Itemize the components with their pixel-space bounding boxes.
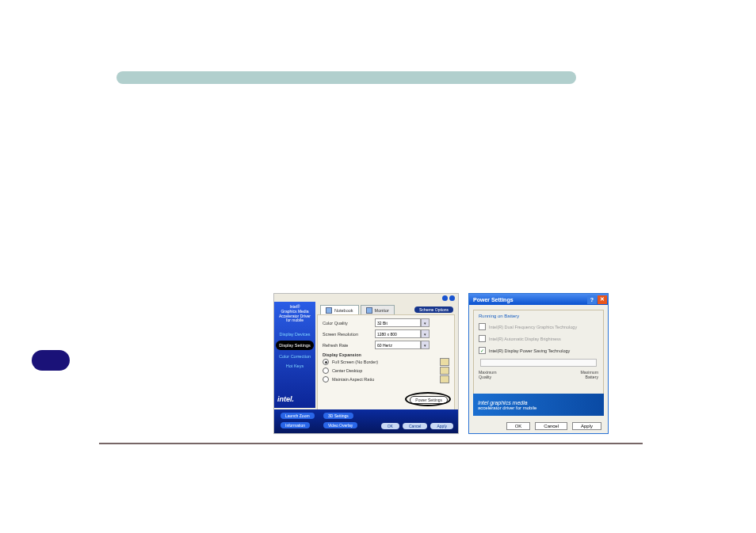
chevron-down-icon[interactable]: ▾ [421, 318, 430, 327]
help-icon[interactable] [442, 295, 448, 301]
device-tabs: Notebook Monitor [320, 305, 395, 314]
radio-center-desktop[interactable]: Center Desktop [323, 367, 449, 375]
cancel-button[interactable]: Cancel [403, 423, 428, 429]
chevron-down-icon[interactable]: ▾ [421, 329, 430, 338]
tab-monitor[interactable]: Monitor [361, 305, 395, 314]
three-d-settings-button[interactable]: 3D Settings [323, 413, 353, 419]
information-button[interactable]: Information [281, 422, 310, 428]
tab-label: Notebook [334, 308, 353, 313]
dialog-footer: Launch Zoom 3D Settings Information Vide… [274, 409, 458, 433]
video-overlay-button[interactable]: Video Overlay [323, 422, 357, 428]
sidebar-item-color-correction[interactable]: Color Correction [274, 352, 315, 361]
radio-icon [323, 367, 329, 374]
title-bar: Power Settings ? ✕ [469, 294, 608, 305]
radio-icon [323, 359, 329, 365]
sidebar-item-display-settings[interactable]: Display Settings [276, 341, 314, 350]
radio-label: Center Desktop [332, 368, 362, 373]
pane-heading: Running on Battery [479, 314, 598, 318]
radio-icon [323, 376, 329, 383]
chevron-down-icon[interactable]: ▾ [421, 341, 430, 349]
label-screen-resolution: Screen Resolution [323, 332, 372, 337]
section-header-bar [116, 71, 576, 84]
dialog-buttons: OK Cancel Apply [469, 422, 608, 430]
close-icon[interactable]: ✕ [598, 295, 607, 304]
checkbox-dual-frequency[interactable]: Intel(R) Dual Frequency Graphics Technol… [479, 323, 598, 330]
row-screen-resolution: Screen Resolution ▾ [323, 329, 449, 338]
preview-swatch [440, 375, 449, 383]
sidebar: Intel® Graphics Media Accelerator Driver… [274, 302, 315, 408]
radio-label: Maintain Aspect Ratio [332, 377, 374, 382]
monitor-icon [366, 307, 372, 314]
notebook-icon [326, 307, 332, 314]
window-title: Power Settings [473, 297, 514, 303]
resolution-select[interactable] [375, 329, 421, 338]
brand-text: Intel® Graphics Media Accelerator Driver… [274, 302, 315, 323]
annotation-circle [405, 392, 451, 406]
embedded-screenshots: Intel® Graphics Media Accelerator Driver… [273, 293, 609, 434]
slider-right-label: MaximumBattery [581, 370, 598, 379]
label-color-quality: Color Quality [323, 321, 372, 326]
preview-swatch [440, 367, 449, 375]
checkbox-label: Intel(R) Dual Frequency Graphics Technol… [489, 325, 577, 329]
side-menu: Display Devices Display Settings Color C… [274, 329, 315, 371]
ok-button[interactable]: OK [506, 422, 531, 430]
preview-swatch [440, 358, 449, 366]
tab-notebook[interactable]: Notebook [320, 305, 359, 314]
help-icon[interactable]: ? [587, 295, 597, 304]
radio-maintain-aspect[interactable]: Maintain Aspect Ratio [323, 375, 449, 383]
sidebar-item-hot-keys[interactable]: Hot Keys [274, 361, 315, 371]
note-badge [32, 350, 70, 371]
power-settings-dialog: Power Settings ? ✕ Running on Battery In… [468, 293, 609, 434]
apply-button[interactable]: Apply [430, 423, 453, 429]
ok-button[interactable]: OK [381, 423, 399, 429]
expansion-heading: Display Expansion [323, 352, 449, 357]
sidebar-item-display-devices[interactable]: Display Devices [274, 329, 315, 339]
slider-left-label: MaximumQuality [479, 370, 496, 379]
apply-button[interactable]: Apply [572, 422, 601, 430]
label-refresh-rate: Refresh Rate [323, 343, 372, 348]
intel-footer-logo: Intel graphics media accelerator driver … [473, 394, 604, 416]
row-refresh-rate: Refresh Rate ▾ [323, 341, 449, 349]
checkbox-display-power-saving[interactable]: Intel(R) Display Power Saving Technology [479, 347, 598, 354]
tab-label: Monitor [375, 308, 389, 313]
checkbox-auto-brightness[interactable]: Intel(R) Automatic Display Brightness [479, 335, 598, 342]
checkbox-icon [479, 347, 486, 354]
close-icon[interactable] [449, 295, 455, 301]
checkbox-label: Intel(R) Automatic Display Brightness [489, 337, 561, 341]
intel-logo: intel. [277, 395, 294, 403]
refresh-select[interactable] [375, 341, 421, 349]
row-color-quality: Color Quality ▾ [323, 318, 449, 327]
brand-line: for mobile [274, 318, 315, 323]
launch-zoom-button[interactable]: Launch Zoom [281, 413, 315, 419]
footer-divider [99, 443, 643, 444]
cancel-button[interactable]: Cancel [535, 422, 567, 430]
radio-full-screen[interactable]: Full Screen (No Border) [323, 358, 449, 366]
scheme-options-button[interactable]: Scheme Options [414, 306, 453, 313]
checkbox-icon [479, 335, 486, 342]
color-quality-select[interactable] [375, 318, 421, 327]
checkbox-icon [479, 323, 486, 330]
settings-panel: Color Quality ▾ Screen Resolution ▾ Refr… [317, 314, 455, 411]
quality-battery-slider[interactable] [480, 359, 597, 367]
checkbox-label: Intel(R) Display Power Saving Technology [489, 348, 570, 353]
window-controls [442, 295, 455, 301]
radio-label: Full Screen (No Border) [332, 360, 378, 364]
intel-graphics-dialog: Intel® Graphics Media Accelerator Driver… [273, 293, 459, 434]
